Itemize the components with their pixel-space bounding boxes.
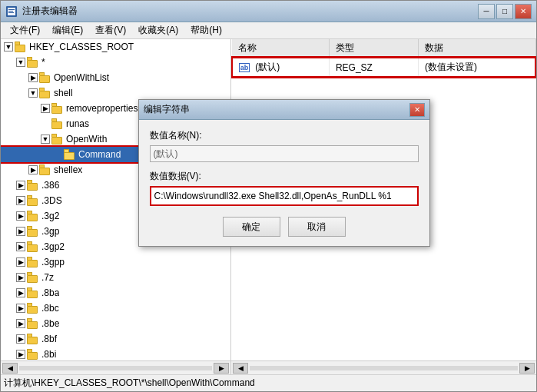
folder-icon-8bi — [27, 349, 39, 360]
folder-icon-removeproperties — [51, 103, 64, 114]
dialog-data-input[interactable] — [154, 191, 414, 201]
menu-edit[interactable]: 编辑(E) — [46, 22, 89, 38]
tree-item-8bi[interactable]: ▶ .8bi — [1, 347, 230, 360]
expand-removeproperties[interactable]: ▶ — [41, 104, 50, 113]
minimize-button[interactable]: ─ — [478, 4, 495, 19]
tree-hscrollbar[interactable]: ◀ ▶ — [1, 361, 231, 374]
tree-item-8be[interactable]: ▶ .8be — [1, 316, 230, 331]
window-title: 注册表编辑器 — [22, 5, 478, 18]
folder-icon-386 — [27, 180, 39, 191]
expand-8bf[interactable]: ▶ — [16, 334, 25, 344]
folder-icon-openwithlist — [39, 72, 51, 83]
tree-label-command: Command — [78, 149, 121, 160]
right-hscrollbar[interactable]: ◀ ▶ — [231, 361, 536, 374]
expand-7z[interactable]: ▶ — [16, 273, 25, 282]
dialog-ok-button[interactable]: 确定 — [223, 217, 280, 237]
dialog-data-label: 数值数据(V): — [150, 170, 419, 183]
folder-icon-8be — [27, 318, 39, 329]
scroll-left-btn-r[interactable]: ◀ — [233, 363, 248, 374]
dialog-name-input[interactable] — [150, 145, 419, 162]
reg-type-cell: REG_SZ — [329, 58, 418, 77]
registry-table: 名称 类型 数据 ab (默认) REG_SZ (数值未设置) — [231, 39, 536, 78]
folder-icon-3gp — [27, 226, 39, 237]
menu-favorites[interactable]: 收藏夹(A) — [132, 22, 184, 38]
menu-view[interactable]: 查看(V) — [89, 22, 132, 38]
scroll-right-btn-r[interactable]: ▶ — [519, 363, 535, 374]
expand-8bc[interactable]: ▶ — [16, 304, 25, 313]
tree-label-shell: shell — [54, 88, 73, 98]
svg-rect-2 — [8, 9, 15, 10]
tree-label-3g2: .3g2 — [41, 211, 59, 221]
folder-icon-command — [64, 149, 76, 160]
expand-openwithlist[interactable]: ▶ — [28, 73, 38, 82]
ab-icon: ab — [239, 63, 250, 72]
reg-data-cell: (数值未设置) — [418, 58, 535, 77]
tree-label-3gp2: .3gp2 — [41, 241, 65, 252]
tree-label-removeproperties: removeproperties — [66, 103, 138, 114]
expand-3g2[interactable]: ▶ — [16, 211, 25, 221]
expand-shell[interactable]: ▼ — [28, 88, 38, 98]
menubar: 文件(F) 编辑(E) 查看(V) 收藏夹(A) 帮助(H) — [1, 22, 536, 39]
expand-8be[interactable]: ▶ — [16, 319, 25, 328]
maximize-button[interactable]: □ — [496, 4, 513, 19]
menu-file[interactable]: 文件(F) — [4, 22, 46, 38]
close-button[interactable]: ✕ — [515, 4, 532, 19]
tree-label-8be: .8be — [41, 318, 59, 329]
svg-rect-3 — [8, 11, 13, 12]
table-row[interactable]: ab (默认) REG_SZ (数值未设置) — [232, 58, 535, 77]
scroll-left-btn[interactable]: ◀ — [2, 363, 18, 374]
dialog-cancel-button[interactable]: 取消 — [288, 217, 346, 237]
expand-8ba[interactable]: ▶ — [16, 288, 25, 297]
app-icon — [5, 5, 18, 18]
status-text: 计算机\HKEY_CLASSES_ROOT\*\shell\OpenWith\C… — [4, 377, 255, 390]
tree-label-8ba: .8ba — [41, 287, 59, 298]
col-name: 名称 — [232, 39, 329, 58]
expand-3gpp[interactable]: ▶ — [16, 257, 25, 267]
tree-item-3gpp[interactable]: ▶ .3gpp — [1, 254, 230, 270]
dialog-close-button[interactable]: ✕ — [409, 103, 425, 117]
folder-icon-3g2 — [27, 211, 39, 221]
tree-item-8ba[interactable]: ▶ .8ba — [1, 285, 230, 301]
expand-8bi[interactable]: ▶ — [16, 350, 25, 359]
tree-label-8bf: .8bf — [41, 334, 57, 344]
dialog-buttons: 确定 取消 — [150, 217, 419, 237]
dialog-title: 编辑字符串 — [144, 103, 409, 116]
tree-label-7z: .7z — [41, 272, 54, 283]
expand-shellex[interactable]: ▶ — [28, 165, 38, 174]
dialog-name-label: 数值名称(N): — [150, 129, 419, 142]
tree-item-8bc[interactable]: ▶ .8bc — [1, 301, 230, 316]
tree-label-8bi: .8bi — [41, 349, 56, 360]
tree-item-openwithlist[interactable]: ▶ OpenWithList — [1, 70, 230, 85]
expand-3gp[interactable]: ▶ — [16, 227, 25, 236]
expand-386[interactable]: ▶ — [16, 181, 25, 190]
tree-label-3ds: .3DS — [41, 195, 62, 206]
tree-label-openwith: OpenWith — [66, 134, 107, 145]
tree-label-386: .386 — [41, 180, 59, 191]
col-type: 类型 — [329, 39, 418, 58]
expand-openwith[interactable]: ▼ — [41, 135, 50, 144]
tree-label-3gpp: .3gpp — [41, 257, 65, 267]
folder-icon-8bc — [27, 303, 39, 314]
scroll-right-btn[interactable]: ▶ — [214, 363, 229, 374]
folder-icon-shell — [39, 88, 51, 98]
tree-item-root[interactable]: ▼ HKEY_CLASSES_ROOT — [1, 39, 230, 55]
tree-item-shell[interactable]: ▼ shell — [1, 85, 230, 101]
tree-label-3gp: .3gp — [41, 226, 59, 237]
tree-item-7z[interactable]: ▶ .7z — [1, 270, 230, 285]
expand-root[interactable]: ▼ — [4, 42, 13, 51]
folder-icon-3gp2 — [27, 241, 39, 252]
bottom-scrollbars: ◀ ▶ ◀ ▶ — [1, 360, 536, 374]
folder-icon-openwith — [51, 134, 64, 145]
menu-help[interactable]: 帮助(H) — [184, 22, 228, 38]
scroll-track-r — [250, 366, 518, 370]
folder-icon-8bf — [27, 334, 39, 344]
tree-label-openwithlist: OpenWithList — [54, 72, 109, 83]
folder-icon-3gpp — [27, 257, 39, 267]
tree-item-star[interactable]: ▼ * — [1, 55, 230, 70]
tree-label-star: * — [41, 57, 45, 68]
expand-star[interactable]: ▼ — [16, 58, 25, 67]
expand-3gp2[interactable]: ▶ — [16, 242, 25, 251]
expand-3ds[interactable]: ▶ — [16, 196, 25, 205]
col-data: 数据 — [418, 39, 535, 58]
tree-item-8bf[interactable]: ▶ .8bf — [1, 331, 230, 347]
